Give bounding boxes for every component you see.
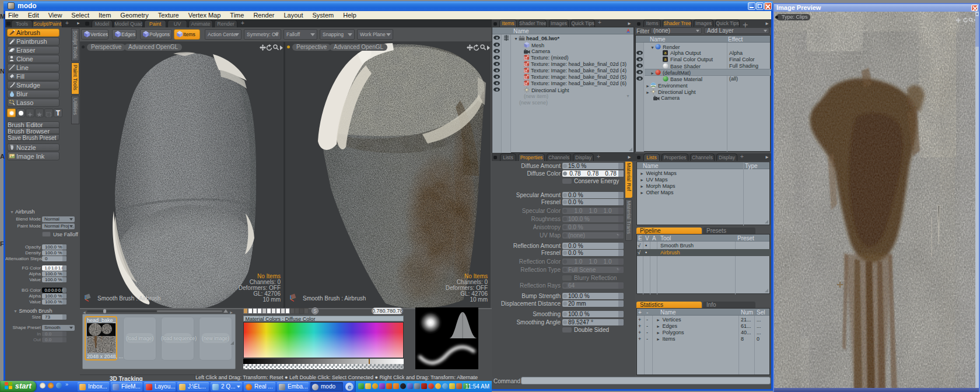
svg-text:a: a (664, 51, 667, 55)
svg-text:a: a (664, 57, 667, 61)
